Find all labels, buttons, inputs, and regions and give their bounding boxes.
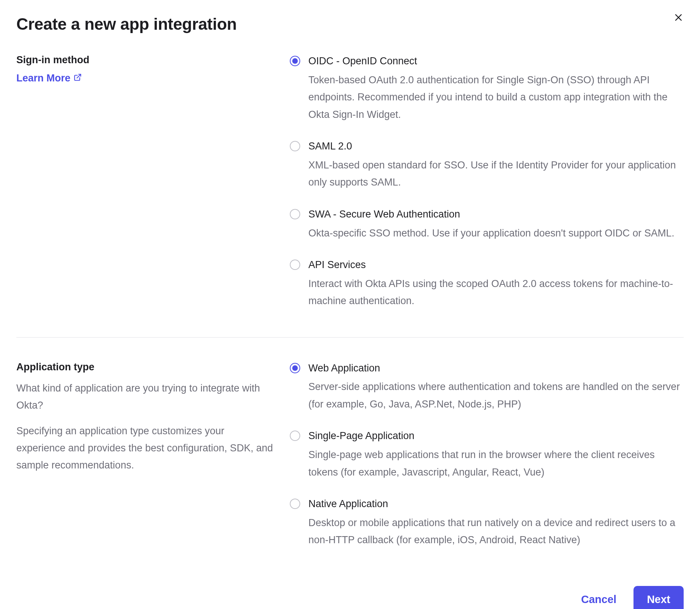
apptype-option-spa[interactable]: Single-Page Application Single-page web … [290, 429, 684, 481]
radio-desc: Okta-specific SSO method. Use if your ap… [308, 225, 684, 242]
dialog-title: Create a new app integration [16, 15, 684, 33]
signin-method-radio-group: OIDC - OpenID Connect Token-based OAuth … [290, 54, 684, 310]
radio-indicator [290, 431, 300, 441]
radio-indicator [290, 363, 300, 373]
radio-title: SAML 2.0 [308, 139, 684, 154]
radio-indicator [290, 141, 300, 151]
apptype-option-web[interactable]: Web Application Server-side applications… [290, 361, 684, 413]
close-button[interactable] [672, 11, 685, 25]
svg-line-2 [77, 74, 81, 78]
radio-title: API Services [308, 258, 684, 272]
signin-option-saml[interactable]: SAML 2.0 XML-based open standard for SSO… [290, 139, 684, 191]
radio-indicator [290, 499, 300, 509]
signin-option-oidc[interactable]: OIDC - OpenID Connect Token-based OAuth … [290, 54, 684, 123]
application-type-desc-1: What kind of application are you trying … [16, 380, 275, 414]
radio-desc: Server-side applications where authentic… [308, 378, 684, 413]
radio-desc: Single-page web applications that run in… [308, 446, 684, 481]
radio-title: Native Application [308, 497, 684, 511]
next-button[interactable]: Next [633, 586, 684, 609]
radio-indicator [290, 56, 300, 66]
external-link-icon [74, 72, 82, 84]
application-type-radio-group: Web Application Server-side applications… [290, 361, 684, 549]
section-divider [16, 337, 684, 338]
close-icon [674, 13, 683, 23]
radio-desc: Token-based OAuth 2.0 authentication for… [308, 71, 684, 123]
application-type-label: Application type [16, 361, 275, 373]
learn-more-link[interactable]: Learn More [16, 72, 82, 84]
application-type-desc-2: Specifying an application type customize… [16, 422, 275, 474]
cancel-button[interactable]: Cancel [577, 587, 620, 609]
radio-desc: XML-based open standard for SSO. Use if … [308, 157, 684, 191]
signin-option-api-services[interactable]: API Services Interact with Okta APIs usi… [290, 258, 684, 310]
learn-more-text: Learn More [16, 72, 71, 84]
apptype-option-native[interactable]: Native Application Desktop or mobile app… [290, 497, 684, 549]
radio-title: Single-Page Application [308, 429, 684, 443]
signin-option-swa[interactable]: SWA - Secure Web Authentication Okta-spe… [290, 207, 684, 242]
radio-desc: Interact with Okta APIs using the scoped… [308, 275, 684, 310]
radio-indicator [290, 260, 300, 270]
radio-title: Web Application [308, 361, 684, 376]
radio-title: OIDC - OpenID Connect [308, 54, 684, 68]
signin-method-label: Sign-in method [16, 54, 275, 66]
radio-indicator [290, 209, 300, 219]
radio-title: SWA - Secure Web Authentication [308, 207, 684, 222]
radio-desc: Desktop or mobile applications that run … [308, 514, 684, 549]
